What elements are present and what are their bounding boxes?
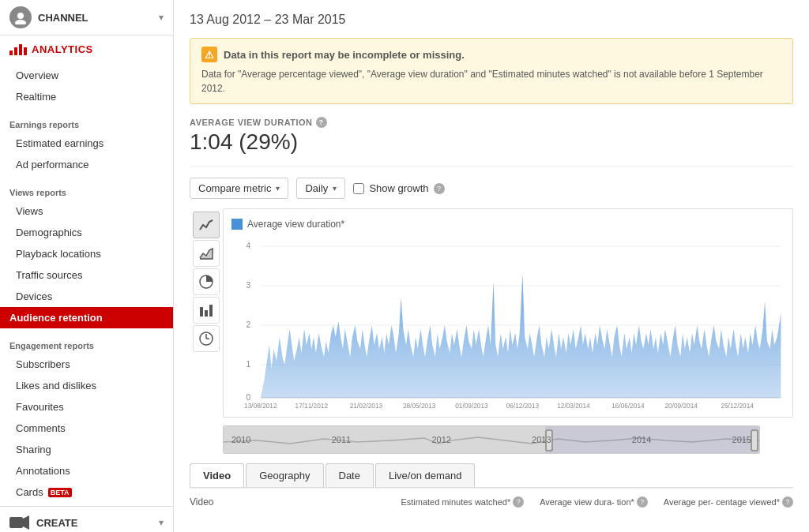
show-growth-checkbox[interactable]	[353, 183, 364, 194]
controls-row: Compare metric ▾ Daily ▾ Show growth ?	[190, 178, 793, 199]
top-nav-section: Overview Realtime	[0, 62, 173, 111]
content-area: 13 Aug 2012 – 23 Mar 2015 ⚠ Data in this…	[174, 0, 809, 532]
tab-video[interactable]: Video	[190, 463, 244, 487]
avg-duration-info-icon[interactable]: ?	[637, 496, 648, 508]
svg-point-1	[15, 20, 26, 24]
beta-badge: BETA	[48, 488, 72, 497]
metric-info-icon[interactable]: ?	[316, 117, 327, 128]
table-col-video-header: Video	[190, 496, 401, 508]
chart-legend: Average view duration*	[231, 219, 785, 230]
show-growth-checkbox-label[interactable]: Show growth ?	[353, 182, 444, 194]
create-chevron-icon: ▾	[159, 517, 164, 528]
estimated-minutes-info-icon[interactable]: ?	[513, 496, 524, 508]
sidebar-item-devices[interactable]: Devices	[0, 286, 173, 307]
daily-button[interactable]: Daily ▾	[296, 178, 345, 199]
tab-geography[interactable]: Geography	[246, 463, 323, 487]
sidebar-item-audience-retention[interactable]: Audience retention	[0, 307, 173, 328]
engagement-section-title: Engagement reports	[0, 335, 173, 354]
views-section-title: Views reports	[0, 182, 173, 200]
svg-text:4: 4	[246, 241, 250, 250]
clock-chart-button[interactable]	[193, 325, 220, 352]
svg-point-0	[17, 13, 24, 19]
show-growth-info-icon[interactable]: ?	[434, 183, 445, 194]
sidebar-item-likes-dislikes[interactable]: Likes and dislikes	[0, 375, 173, 396]
svg-marker-3	[23, 515, 29, 530]
warning-icon: ⚠	[201, 47, 217, 62]
svg-text:28/05/2013: 28/05/2013	[403, 402, 436, 408]
tab-date[interactable]: Date	[325, 463, 374, 487]
svg-text:13/08/2012: 13/08/2012	[244, 402, 277, 408]
timeline-right-handle[interactable]	[751, 429, 758, 451]
warning-text: Data for "Average percentage viewed", "A…	[201, 67, 781, 96]
analytics-icon	[9, 44, 27, 55]
avg-pct-info-icon[interactable]: ?	[782, 496, 793, 508]
pie-chart-button[interactable]	[193, 268, 220, 295]
sidebar-item-traffic-sources[interactable]: Traffic sources	[0, 264, 173, 286]
chart-container: Average view duration* 4 3 2 1 0	[190, 208, 793, 418]
chart-area: Average view duration* 4 3 2 1 0	[223, 208, 793, 418]
bar-chart-button[interactable]	[193, 297, 220, 324]
metric-value: 1:04 (29%)	[190, 129, 793, 155]
tabs-row: Video Geography Date Live/on demand	[190, 463, 793, 488]
svg-text:2: 2	[246, 320, 250, 329]
sidebar: CHANNEL ▾ ANALYTICS Overview Realtime Ea…	[0, 0, 174, 532]
analytics-label: ANALYTICS	[32, 43, 93, 55]
line-chart-button[interactable]	[193, 212, 220, 238]
main-chart-svg: 4 3 2 1 0	[231, 234, 785, 408]
sidebar-item-ad-performance[interactable]: Ad performance	[0, 154, 173, 175]
svg-text:01/09/2013: 01/09/2013	[455, 402, 488, 408]
warning-title: ⚠ Data in this report may be incomplete …	[201, 47, 781, 62]
table-col-avg-view-duration: Average view dura- tion* ?	[540, 496, 648, 508]
svg-text:20/09/2014: 20/09/2014	[664, 402, 698, 408]
sidebar-item-playback-locations[interactable]: Playback locations	[0, 243, 173, 264]
analytics-header: ANALYTICS	[0, 36, 173, 62]
create-section[interactable]: CREATE ▾	[0, 507, 173, 532]
timeline-scrubber[interactable]: 2010 2011 2012 2013 2014 2015	[223, 425, 760, 454]
channel-label: CHANNEL	[38, 12, 88, 24]
daily-arrow-icon: ▾	[333, 184, 337, 193]
sidebar-item-cards[interactable]: Cards BETA	[0, 481, 173, 503]
svg-text:16/06/2014: 16/06/2014	[611, 402, 645, 408]
svg-rect-5	[200, 307, 203, 317]
sidebar-item-favourites[interactable]: Favourites	[0, 396, 173, 418]
area-chart-button[interactable]	[193, 240, 220, 267]
legend-color-swatch	[231, 219, 243, 230]
svg-text:3: 3	[246, 280, 250, 290]
earnings-section: Earnings reports Estimated earnings Ad p…	[0, 111, 173, 178]
timeline-labels: 2010 2011 2012 2013 2014 2015	[231, 435, 751, 444]
sidebar-item-sharing[interactable]: Sharing	[0, 439, 173, 460]
svg-text:17/11/2012: 17/11/2012	[295, 402, 329, 408]
chevron-down-icon: ▾	[159, 12, 164, 23]
sidebar-item-realtime[interactable]: Realtime	[0, 86, 173, 107]
metric-label: AVERAGE VIEW DURATION ?	[190, 117, 793, 128]
channel-header[interactable]: CHANNEL ▾	[0, 0, 173, 36]
avatar	[9, 6, 32, 28]
svg-text:12/03/2014: 12/03/2014	[557, 402, 590, 408]
tab-live-on-demand[interactable]: Live/on demand	[375, 463, 476, 487]
sidebar-item-comments[interactable]: Comments	[0, 418, 173, 439]
create-label: CREATE	[36, 517, 77, 529]
sidebar-footer: CREATE ▾ Send feedback	[0, 506, 173, 532]
svg-rect-2	[9, 517, 23, 528]
compare-metric-button[interactable]: Compare metric ▾	[190, 178, 288, 199]
sidebar-item-demographics[interactable]: Demographics	[0, 222, 173, 243]
metric-section: AVERAGE VIEW DURATION ? 1:04 (29%)	[190, 117, 793, 167]
svg-text:1: 1	[246, 359, 250, 369]
svg-text:0: 0	[246, 392, 250, 402]
sidebar-item-overview[interactable]: Overview	[0, 65, 173, 86]
main-content: 13 Aug 2012 – 23 Mar 2015 ⚠ Data in this…	[174, 0, 809, 532]
views-section: Views reports Views Demographics Playbac…	[0, 178, 173, 332]
sidebar-item-views[interactable]: Views	[0, 200, 173, 222]
table-header: Video Estimated minutes watched* ? Avera…	[190, 488, 793, 512]
engagement-section: Engagement reports Subscribers Likes and…	[0, 332, 173, 506]
sidebar-item-annotations[interactable]: Annotations	[0, 460, 173, 481]
earnings-section-title: Earnings reports	[0, 114, 173, 133]
video-camera-icon	[9, 515, 30, 530]
sidebar-item-estimated-earnings[interactable]: Estimated earnings	[0, 133, 173, 154]
svg-text:06/12/2013: 06/12/2013	[506, 402, 540, 408]
chart-type-icons	[190, 208, 223, 418]
table-col-estimated-minutes: Estimated minutes watched* ?	[401, 496, 524, 508]
svg-marker-21	[261, 274, 781, 398]
date-range: 13 Aug 2012 – 23 Mar 2015	[190, 13, 793, 27]
sidebar-item-subscribers[interactable]: Subscribers	[0, 354, 173, 375]
